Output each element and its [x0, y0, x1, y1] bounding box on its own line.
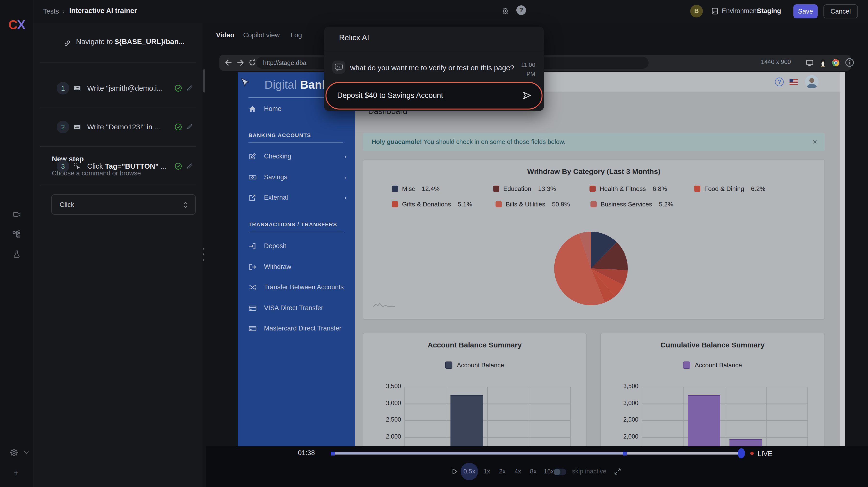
timeline-track[interactable]: LIVE	[331, 452, 741, 455]
bank-menu-savings[interactable]: Savings›	[238, 170, 355, 185]
bank-help-icon[interactable]: ?	[775, 78, 784, 86]
forward-icon[interactable]	[237, 59, 245, 67]
environment-value[interactable]: Staging	[757, 7, 781, 14]
bank-menu-external[interactable]: External›	[238, 190, 355, 206]
pie-legend-item[interactable]: Food & Dining6.2%	[694, 185, 765, 192]
video-camera-icon[interactable]	[12, 210, 21, 218]
page-scrollbar[interactable]	[840, 72, 845, 446]
bank-logo-light: Digital	[265, 78, 297, 91]
bank-menu-withdraw[interactable]: Withdraw	[238, 259, 355, 275]
monitor-icon[interactable]	[806, 59, 814, 67]
timeline-played	[331, 452, 624, 455]
panel-scrollbar-thumb[interactable]	[203, 69, 206, 93]
plus-icon[interactable]: +	[13, 468, 19, 478]
timeline-position-marker[interactable]	[623, 451, 627, 455]
divider	[248, 143, 343, 143]
app-logo[interactable]: CX	[0, 18, 33, 32]
bank-menu-label: Withdraw	[264, 259, 291, 275]
refresh-icon[interactable]	[248, 59, 256, 66]
save-button[interactable]: Save	[794, 4, 817, 19]
top-bar: Tests › Interactive AI trainer ? B Envir…	[33, 0, 868, 23]
us-flag-icon[interactable]	[789, 79, 798, 85]
bank-menu-visa-direct-transfer[interactable]: VISA Direct Transfer	[238, 300, 355, 316]
chart-grid	[404, 387, 570, 446]
bank-user-avatar[interactable]	[805, 75, 818, 89]
info-icon[interactable]	[845, 58, 855, 67]
alert-text: You should check in on some of those fie…	[422, 138, 565, 145]
alert-banner: Holy guacamole! You should check in on s…	[363, 133, 825, 151]
pie-chart-title: Withdraw By Category (Last 3 Months)	[363, 167, 825, 175]
pie-legend-item[interactable]: Education13.3%	[493, 185, 556, 192]
linux-icon[interactable]	[819, 58, 827, 67]
pie-legend-item[interactable]: Health & Fitness6.8%	[589, 185, 667, 192]
divider	[40, 108, 196, 108]
step-row-3[interactable]: 3Click Tag="BUTTON" ...	[33, 156, 203, 176]
cumulative-balance-legend[interactable]: Account Balance	[600, 362, 825, 369]
step-success-icon	[175, 162, 182, 170]
pie-legend-item[interactable]: Business Services5.2%	[590, 201, 673, 208]
tab-copilot-view[interactable]: Copilot view	[243, 31, 280, 39]
ai-prompt-input[interactable]: Deposit $40 to Savings Account	[326, 82, 542, 110]
bar-value-3250[interactable]	[688, 395, 720, 446]
gear-icon[interactable]	[10, 448, 19, 457]
resolution-label: 1440 x 900	[761, 59, 791, 65]
sparkline-icon	[372, 301, 396, 309]
divider	[40, 146, 196, 147]
back-icon[interactable]	[224, 59, 232, 67]
pie-legend-item[interactable]: Gifts & Donations5.1%	[392, 201, 472, 208]
bank-menu-deposit[interactable]: Deposit	[238, 238, 355, 254]
breadcrumb-tests[interactable]: Tests	[43, 7, 59, 15]
bank-menu-label: Deposit	[264, 238, 286, 254]
ai-prompt-value: Deposit $40 to Savings Account	[337, 91, 443, 99]
chat-timestamp: 11:00PM	[521, 61, 535, 79]
legend-swatch	[683, 362, 690, 369]
user-avatar[interactable]: B	[690, 5, 703, 18]
play-icon[interactable]	[452, 467, 458, 475]
bank-menu-transfer-between-accounts[interactable]: Transfer Between Accounts	[238, 280, 355, 295]
chevron-down-icon[interactable]	[23, 449, 30, 456]
skip-inactive-toggle[interactable]	[554, 468, 566, 475]
alert-close-icon[interactable]: ×	[812, 133, 817, 151]
command-select[interactable]: Click	[51, 194, 196, 215]
nav-step[interactable]: Navigate to ${BASE_URL}/ban...	[76, 37, 185, 45]
bar-value-3250[interactable]	[451, 395, 483, 446]
step-label: Write "jsmith@demo.i...	[87, 79, 163, 98]
legend-label: Food & Dining	[704, 185, 744, 192]
pie-legend-item[interactable]: Bills & Utilities50.9%	[496, 201, 570, 208]
account-balance-legend[interactable]: Account Balance	[363, 362, 586, 369]
bug-icon[interactable]	[501, 6, 510, 15]
step-edit-icon[interactable]	[186, 84, 193, 92]
shuffle-icon	[248, 283, 257, 291]
account-balance-card: Account Balance Summary Account Balance …	[363, 333, 587, 446]
timeline-scrubber[interactable]	[738, 448, 745, 458]
y-axis-tick: 2,000	[368, 433, 401, 440]
chrome-icon[interactable]	[832, 59, 840, 67]
fullscreen-icon[interactable]	[614, 467, 621, 475]
help-icon[interactable]: ?	[516, 5, 526, 15]
bank-menu-mastercard-direct-transfer[interactable]: Mastercard Direct Transfer	[238, 321, 355, 336]
step-edit-icon[interactable]	[186, 123, 193, 130]
flask-icon[interactable]	[12, 250, 21, 258]
step-row-1[interactable]: 1Write "jsmith@demo.i...	[33, 79, 203, 98]
bank-menu-checking[interactable]: Checking›	[238, 149, 355, 164]
y-axis-tick: 3,000	[606, 399, 639, 406]
step-edit-icon[interactable]	[186, 162, 193, 170]
pie-legend-item[interactable]: Misc12.4%	[392, 185, 440, 192]
legend-swatch	[493, 186, 499, 192]
nav-step-prefix: Navigate to	[76, 37, 115, 45]
workflow-tree-icon[interactable]	[12, 230, 21, 238]
speed-0.5x[interactable]: 0.5x	[460, 467, 479, 476]
bank-content: Dashboard Holy guacamole! You should che…	[355, 92, 845, 446]
pie-chart[interactable]	[547, 225, 634, 312]
cancel-button[interactable]: Cancel	[824, 4, 858, 19]
bank-section-header: BANKING ACCOUNTS	[248, 132, 311, 138]
tab-log[interactable]: Log	[290, 31, 302, 39]
send-icon[interactable]	[522, 91, 532, 100]
step-row-2[interactable]: 2Write "Demo123!" in ...	[33, 117, 203, 136]
y-axis-tick: 2,500	[606, 417, 639, 423]
bar-value-1950[interactable]	[730, 439, 762, 446]
steps-panel: Navigate to ${BASE_URL}/ban... New step …	[33, 23, 203, 487]
timeline-start-marker[interactable]	[331, 451, 335, 455]
legend-swatch	[496, 201, 502, 207]
tab-video[interactable]: Video	[216, 31, 235, 39]
